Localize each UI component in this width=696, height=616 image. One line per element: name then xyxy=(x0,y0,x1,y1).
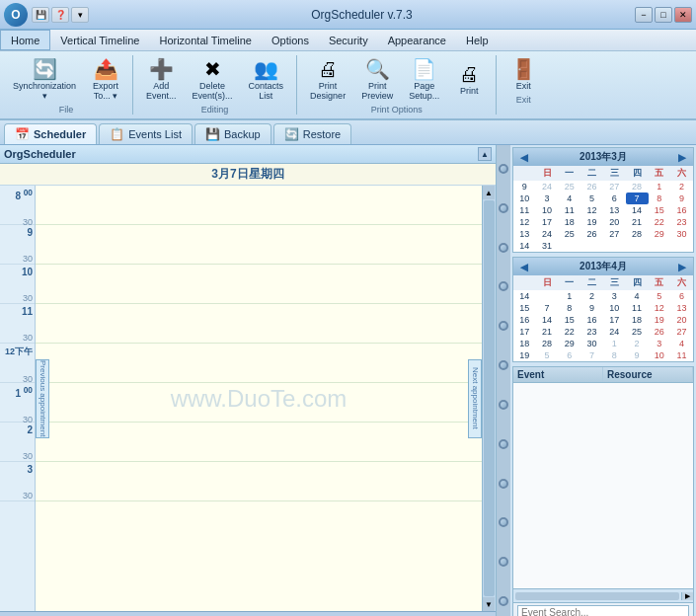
calendar-day[interactable] xyxy=(580,240,603,252)
add-event-button[interactable]: ➕ AddEvent... xyxy=(139,55,184,105)
calendar-day[interactable]: 20 xyxy=(670,314,693,326)
calendar-day[interactable]: 1 xyxy=(603,338,626,349)
calendar-day[interactable]: 19 xyxy=(580,216,603,228)
exit-button[interactable]: 🚪 Exit xyxy=(503,55,544,95)
calendar-day[interactable]: 27 xyxy=(670,326,693,338)
calendar-day[interactable]: 5 xyxy=(536,349,559,361)
calendar-day[interactable]: 26 xyxy=(580,181,603,192)
calendar-day[interactable]: 3 xyxy=(536,192,559,204)
appt-slot-9[interactable] xyxy=(36,225,482,265)
quick-access-dropdown[interactable]: ▾ xyxy=(71,7,89,23)
calendar-day[interactable]: 13 xyxy=(670,302,693,314)
calendar-day[interactable]: 12 xyxy=(649,302,671,314)
calendar-day[interactable]: 25 xyxy=(559,228,581,240)
calendar-day[interactable]: 18 xyxy=(626,314,649,326)
appt-slot-10[interactable] xyxy=(36,265,482,304)
menu-vertical-timeline[interactable]: Vertical Timeline xyxy=(50,30,149,50)
calendar-day[interactable]: 24 xyxy=(603,326,626,338)
scheduler-scroll-bottom[interactable]: ▼ xyxy=(0,611,496,616)
appt-slot-11[interactable] xyxy=(36,304,482,344)
calendar-day[interactable]: 10 xyxy=(536,204,559,216)
calendar-day[interactable]: 6 xyxy=(559,349,581,361)
calendar-day[interactable]: 1 xyxy=(649,181,671,192)
calendar-day[interactable]: 20 xyxy=(603,216,626,228)
april-next-button[interactable]: ▶ xyxy=(675,262,689,272)
menu-appearance[interactable]: Appearance xyxy=(378,30,456,50)
calendar-day[interactable]: 15 xyxy=(559,314,581,326)
calendar-day[interactable]: 2 xyxy=(580,290,603,302)
contacts-list-button[interactable]: 👥 ContactsList xyxy=(242,55,291,105)
calendar-day[interactable]: 8 xyxy=(649,192,671,204)
calendar-day[interactable]: 24 xyxy=(536,228,559,240)
calendar-day[interactable] xyxy=(603,240,626,252)
next-appointment-button[interactable]: Next appointment xyxy=(468,359,482,438)
calendar-day[interactable]: 15 xyxy=(649,204,671,216)
tab-events-list[interactable]: 📋 Events List xyxy=(99,123,193,144)
calendar-day[interactable]: 23 xyxy=(580,326,603,338)
calendar-day[interactable] xyxy=(536,290,559,302)
calendar-day[interactable]: 19 xyxy=(649,314,671,326)
appt-slot-12[interactable] xyxy=(36,344,482,383)
calendar-day[interactable]: 26 xyxy=(649,326,671,338)
calendar-day[interactable]: 27 xyxy=(603,181,626,192)
calendar-day[interactable]: 7 xyxy=(536,302,559,314)
calendar-day[interactable]: 11 xyxy=(559,204,581,216)
calendar-day[interactable]: 4 xyxy=(670,338,693,349)
calendar-day[interactable]: 8 xyxy=(559,302,581,314)
sync-button[interactable]: 🔄 Synchronization▾ xyxy=(6,55,83,105)
calendar-day[interactable]: 18 xyxy=(559,216,581,228)
calendar-day[interactable]: 16 xyxy=(580,314,603,326)
march-next-button[interactable]: ▶ xyxy=(675,152,689,163)
calendar-day[interactable]: 17 xyxy=(603,314,626,326)
calendar-day[interactable]: 26 xyxy=(580,228,603,240)
calendar-day[interactable]: 30 xyxy=(670,228,693,240)
appt-slot-8[interactable] xyxy=(36,186,482,225)
calendar-day[interactable] xyxy=(559,240,581,252)
calendar-day[interactable]: 8 xyxy=(603,349,626,361)
calendar-day[interactable]: 10 xyxy=(649,349,671,361)
calendar-day[interactable]: 25 xyxy=(559,181,581,192)
prev-appointment-button[interactable]: Previous appointment xyxy=(36,359,49,438)
calendar-day[interactable]: 13 xyxy=(603,204,626,216)
calendar-day[interactable]: 31 xyxy=(536,240,559,252)
calendar-day[interactable]: 2 xyxy=(670,181,693,192)
calendar-day[interactable]: 10 xyxy=(603,302,626,314)
menu-security[interactable]: Security xyxy=(319,30,378,50)
calendar-day[interactable]: 28 xyxy=(536,338,559,349)
calendar-day[interactable]: 5 xyxy=(580,192,603,204)
tab-backup[interactable]: 💾 Backup xyxy=(194,123,271,144)
delete-event-button[interactable]: ✖ DeleteEvent(s)... xyxy=(186,55,240,105)
calendar-day[interactable]: 23 xyxy=(670,216,693,228)
appointment-area[interactable]: www.DuoTe.com Next appointment xyxy=(36,186,482,611)
calendar-day[interactable]: 6 xyxy=(670,290,693,302)
calendar-day[interactable]: 3 xyxy=(603,290,626,302)
appt-slot-2[interactable] xyxy=(36,423,482,462)
scroll-up-arrow[interactable]: ▲ xyxy=(483,186,495,199)
calendar-day[interactable] xyxy=(670,240,693,252)
calendar-day[interactable]: 14 xyxy=(536,314,559,326)
menu-home[interactable]: Home xyxy=(0,30,50,50)
calendar-day[interactable]: 29 xyxy=(559,338,581,349)
calendar-day[interactable]: 27 xyxy=(603,228,626,240)
export-button[interactable]: 📤 ExportTo... ▾ xyxy=(85,55,126,105)
appt-slot-1[interactable] xyxy=(36,383,482,423)
page-setup-button[interactable]: 📄 PageSetup... xyxy=(402,55,446,105)
calendar-day[interactable]: 29 xyxy=(649,228,671,240)
calendar-day[interactable]: 4 xyxy=(559,192,581,204)
calendar-day[interactable]: 7 xyxy=(626,192,649,204)
calendar-day[interactable]: 28 xyxy=(626,228,649,240)
calendar-day[interactable]: 9 xyxy=(670,192,693,204)
calendar-day[interactable]: 30 xyxy=(580,338,603,349)
calendar-day[interactable]: 12 xyxy=(580,204,603,216)
calendar-day[interactable]: 28 xyxy=(626,181,649,192)
scroll-down-arrow[interactable]: ▼ xyxy=(483,597,495,611)
menu-help[interactable]: Help xyxy=(456,30,499,50)
calendar-day[interactable]: 22 xyxy=(559,326,581,338)
quick-access-2[interactable]: ❓ xyxy=(51,7,69,23)
calendar-day[interactable]: 1 xyxy=(559,290,581,302)
calendar-day[interactable]: 3 xyxy=(649,338,671,349)
calendar-day[interactable] xyxy=(649,240,671,252)
print-preview-button[interactable]: 🔍 PrintPreview xyxy=(354,55,400,105)
scroll-right-button[interactable]: ▶ xyxy=(681,592,693,600)
calendar-day[interactable]: 11 xyxy=(670,349,693,361)
